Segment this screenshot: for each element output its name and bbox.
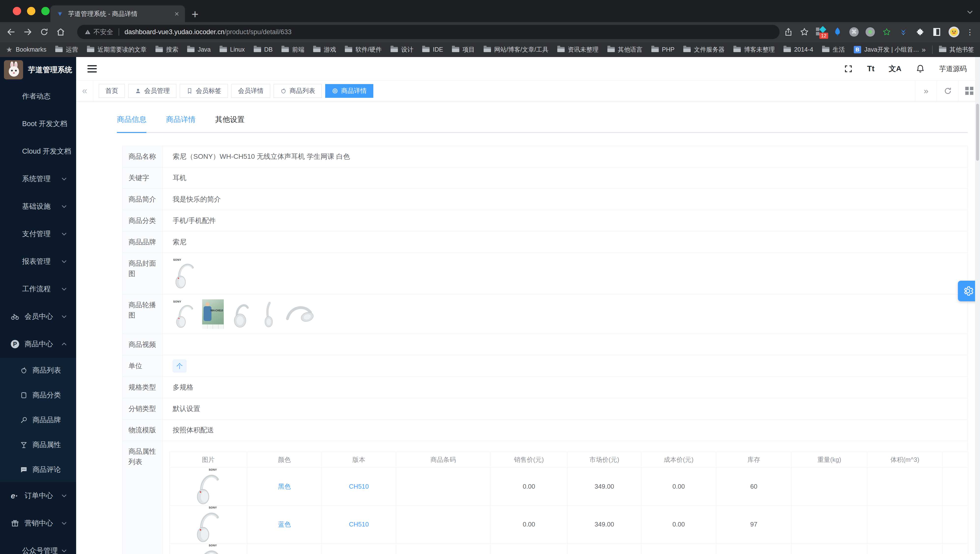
- other-bookmarks[interactable]: 其他书签: [939, 45, 974, 54]
- sku-image[interactable]: SONY: [169, 506, 247, 543]
- sidebar-item-product-brand[interactable]: 商品品牌: [0, 407, 76, 432]
- minimize-window-button[interactable]: [27, 7, 35, 15]
- user-menu[interactable]: 芋道源码: [939, 64, 967, 73]
- tab-close-icon[interactable]: ×: [174, 10, 179, 18]
- bookmark-folder[interactable]: Java: [187, 46, 211, 53]
- product-cover-image[interactable]: SONY: [173, 258, 197, 289]
- bookmark-folder[interactable]: 其他语言: [608, 45, 643, 54]
- tag-product-list[interactable]: 商品列表: [274, 84, 322, 98]
- fullscreen-icon[interactable]: [844, 64, 853, 73]
- back-button[interactable]: [6, 27, 16, 37]
- new-tab-button[interactable]: +: [192, 7, 199, 21]
- sku-image[interactable]: SONY: [169, 468, 247, 505]
- reload-button[interactable]: [40, 27, 49, 37]
- recorder-extension-icon[interactable]: [865, 27, 875, 37]
- address-bar[interactable]: 不安全 dashboard-vue3.yudao.iocoder.cn/prod…: [77, 25, 780, 39]
- bookmark-folder[interactable]: 资讯未整理: [557, 45, 598, 54]
- browser-menu-icon[interactable]: ⋮: [966, 28, 974, 37]
- sidebar-item-report[interactable]: 报表管理: [0, 248, 76, 275]
- sidebar-item-cloud-docs[interactable]: Cloud 开发文档: [0, 137, 76, 165]
- share-button[interactable]: [784, 27, 793, 37]
- green-star-extension-icon[interactable]: [882, 27, 892, 37]
- bookmark-folder[interactable]: 运营: [55, 45, 78, 54]
- tag-member-management[interactable]: 会员管理: [128, 84, 177, 98]
- bookmark-folder[interactable]: IDE: [422, 46, 443, 53]
- carousel-image-headphone-side[interactable]: [229, 300, 253, 329]
- app-logo[interactable]: 芋道管理系统: [0, 57, 76, 83]
- sku-color-link[interactable]: 黑色: [278, 483, 291, 490]
- tab-product-description[interactable]: 商品详情: [166, 115, 196, 132]
- tag-home[interactable]: 首页: [99, 84, 125, 98]
- bookmarks-overflow-chevron[interactable]: »: [921, 45, 926, 54]
- sidebar-item-product-list[interactable]: 商品列表: [0, 358, 76, 383]
- sidebar-item-order-center[interactable]: e·订单中心: [0, 482, 76, 509]
- bookmark-folder[interactable]: 软件/硬件: [345, 45, 382, 54]
- tags-scroll-right[interactable]: »: [915, 81, 937, 101]
- command-extension-icon[interactable]: ⌘: [850, 27, 859, 37]
- vue-devtools-extension-icon[interactable]: [899, 27, 908, 37]
- carousel-image-headphone-profile[interactable]: [258, 300, 279, 329]
- tag-product-detail[interactable]: 商品详情: [325, 84, 373, 98]
- bell-icon[interactable]: [916, 64, 925, 73]
- sidebar-item-mp-management[interactable]: 公众号管理: [0, 537, 76, 554]
- page-scrollbar[interactable]: [975, 57, 980, 554]
- profile-avatar[interactable]: [948, 27, 959, 37]
- bookmark-folder[interactable]: 博客未整理: [733, 45, 775, 54]
- bookmark-folder[interactable]: 生活: [822, 45, 845, 54]
- carousel-image-headphone-folded[interactable]: [284, 300, 314, 329]
- sidebar-item-member-center[interactable]: 会员中心: [0, 303, 76, 330]
- sidebar-item-product-property[interactable]: 商品属性: [0, 432, 76, 457]
- close-window-button[interactable]: [13, 7, 21, 15]
- bookmark-star-button[interactable]: [800, 27, 809, 37]
- bookmark-folder[interactable]: 前端: [282, 45, 304, 54]
- bookmark-java-link[interactable]: BJava开发 | 小组首…: [854, 45, 919, 54]
- sidebar-item-marketing-center[interactable]: 营销中心: [0, 509, 76, 537]
- sidebar-item-infra[interactable]: 基础设施: [0, 193, 76, 220]
- carousel-image-headphone-front[interactable]: SONY: [173, 300, 197, 329]
- sidebar-item-product-comment[interactable]: 商品评论: [0, 457, 76, 482]
- sidebar-item-boot-docs[interactable]: Boot 开发文档: [0, 110, 76, 137]
- tab-search-chevron-icon[interactable]: [966, 8, 974, 16]
- bookmarks-root[interactable]: ★Bookmarks: [6, 45, 46, 54]
- carousel-image-promo[interactable]: WH-CH510: [202, 299, 224, 329]
- tag-member-detail[interactable]: 会员详情: [231, 84, 270, 98]
- bookmark-folder[interactable]: 设计: [391, 45, 414, 54]
- bookmark-folder[interactable]: Linux: [220, 46, 245, 53]
- sidebar-item-workflow[interactable]: 工作流程: [0, 275, 76, 303]
- sidebar-item-product-center[interactable]: P商品中心: [0, 330, 76, 358]
- refresh-tag-button[interactable]: [937, 81, 958, 101]
- collapse-sidebar-icon[interactable]: [88, 65, 97, 72]
- sidebar-extension-icon[interactable]: [932, 27, 942, 37]
- bookmark-folder[interactable]: 网站/博客/文章/工具: [484, 45, 549, 54]
- tags-scroll-left[interactable]: «: [76, 81, 93, 101]
- bookmark-folder[interactable]: 游戏: [313, 45, 336, 54]
- home-button[interactable]: [56, 27, 65, 37]
- scrollbar-thumb[interactable]: [976, 104, 979, 161]
- tab-other-settings[interactable]: 其他设置: [215, 115, 245, 132]
- tag-member-label[interactable]: 会员标签: [180, 84, 228, 98]
- bookmark-folder[interactable]: 项目: [452, 45, 475, 54]
- browser-tab[interactable]: 芋道管理系统 - 商品详情 ×: [50, 5, 185, 22]
- sidebar-item-system[interactable]: 系统管理: [0, 165, 76, 193]
- bookmark-folder[interactable]: PHP: [651, 46, 675, 53]
- sidebar-item-payment[interactable]: 支付管理: [0, 220, 76, 248]
- bookmark-folder[interactable]: 2014-4: [784, 46, 813, 53]
- sku-color-link[interactable]: 蓝色: [278, 520, 291, 528]
- font-size-icon[interactable]: Tt: [867, 64, 874, 73]
- sku-version-link[interactable]: CH510: [349, 520, 369, 528]
- extensions-puzzle-icon[interactable]: [915, 27, 925, 37]
- forward-button[interactable]: [23, 27, 32, 37]
- extension-badge-icon[interactable]: 12: [816, 27, 826, 37]
- sidebar-item-author-news[interactable]: 作者动态: [0, 83, 76, 110]
- security-status[interactable]: 不安全: [84, 27, 113, 37]
- sidebar-item-product-category[interactable]: 商品分类: [0, 383, 76, 407]
- sku-image[interactable]: SONY: [169, 543, 247, 554]
- pen-extension-icon[interactable]: [833, 27, 842, 37]
- bookmark-folder[interactable]: 搜索: [156, 45, 178, 54]
- bookmark-folder[interactable]: DB: [254, 46, 273, 53]
- tab-product-info[interactable]: 商品信息: [117, 115, 146, 132]
- sku-version-link[interactable]: CH510: [349, 483, 369, 490]
- language-icon[interactable]: 文A: [889, 64, 901, 74]
- bookmark-folder[interactable]: 文件服务器: [683, 45, 725, 54]
- zoom-window-button[interactable]: [41, 7, 49, 15]
